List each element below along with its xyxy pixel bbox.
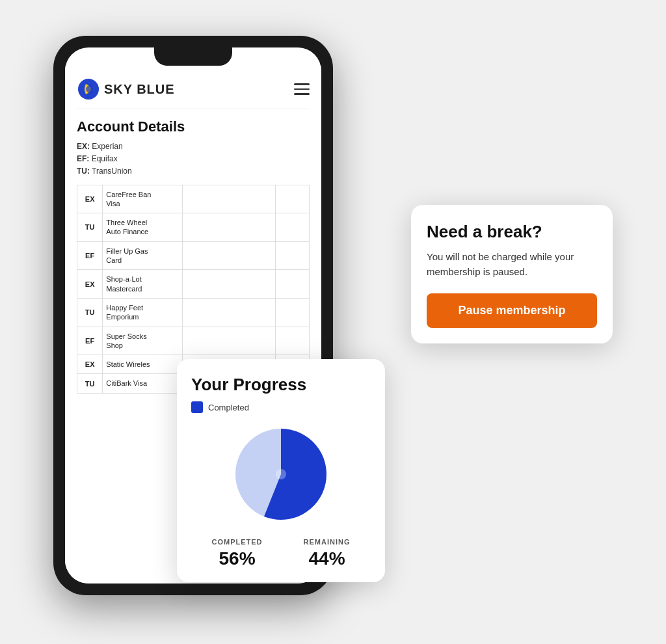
bureau-badge: EX <box>77 270 103 299</box>
account-status <box>275 270 309 299</box>
bureau-badge: EF <box>77 327 103 355</box>
logo-container: SKY BLUE <box>77 77 175 101</box>
account-status <box>275 213 309 242</box>
pie-chart-container <box>191 422 371 526</box>
bureau-badge: TU <box>77 374 103 393</box>
remaining-stat-label: REMAINING <box>304 538 351 546</box>
account-name: Super SocksShop <box>103 327 183 355</box>
account-status <box>275 241 309 270</box>
svg-point-2 <box>276 469 286 479</box>
account-name: CitiBark Visa <box>103 374 183 393</box>
table-row: EX CareFree BanVisa <box>77 185 310 213</box>
bureau-badge: EX <box>77 355 103 374</box>
logo-icon <box>77 77 100 101</box>
break-card-description: You will not be charged while your membe… <box>427 250 597 279</box>
logo-text-sky: SKY <box>104 82 133 97</box>
account-number <box>182 241 275 270</box>
completed-stat-label: COMPLETED <box>211 538 262 546</box>
hamburger-menu-icon[interactable] <box>294 83 310 95</box>
account-name: Shop-a-LotMastercard <box>103 270 183 299</box>
legend-completed-dot <box>191 401 203 413</box>
account-details-title: Account Details <box>77 118 310 135</box>
pie-chart <box>229 422 333 526</box>
account-name: CareFree BanVisa <box>103 185 183 213</box>
scene: SKY BLUE Account Details EX: Experian EF… <box>34 23 632 621</box>
account-name: Static Wireles <box>103 355 183 374</box>
legend-completed-label: Completed <box>208 403 249 412</box>
table-row: EX Shop-a-LotMastercard <box>77 270 310 299</box>
table-row: TU Three WheelAuto Finance <box>77 213 310 242</box>
phone-notch <box>154 47 232 66</box>
remaining-stat: REMAINING 44% <box>304 538 351 569</box>
bureau-badge: TU <box>77 298 103 327</box>
account-number <box>182 213 275 242</box>
break-card-title: Need a break? <box>427 222 597 242</box>
bureau-badge: TU <box>77 213 103 242</box>
account-status <box>275 327 309 355</box>
account-name: Filler Up GasCard <box>103 241 183 270</box>
progress-title: Your Progress <box>191 375 371 395</box>
account-number <box>182 298 275 327</box>
table-row: TU Happy FeetEmporium <box>77 298 310 327</box>
bureau-legend: EX: Experian EF: Equifax TU: TransUnion <box>77 141 310 178</box>
progress-legend: Completed <box>191 401 371 413</box>
account-status <box>275 185 309 213</box>
remaining-stat-value: 44% <box>304 548 351 569</box>
break-card: Need a break? You will not be charged wh… <box>411 205 613 343</box>
table-row: EF Super SocksShop <box>77 327 310 355</box>
account-number <box>182 327 275 355</box>
pause-membership-button[interactable]: Pause membership <box>427 293 597 328</box>
completed-stat-value: 56% <box>211 548 262 569</box>
completed-stat: COMPLETED 56% <box>211 538 262 569</box>
progress-stats: COMPLETED 56% REMAINING 44% <box>191 538 371 569</box>
bureau-badge: EX <box>77 185 103 213</box>
account-number <box>182 270 275 299</box>
app-header: SKY BLUE <box>77 72 310 109</box>
account-number <box>182 185 275 213</box>
account-name: Happy FeetEmporium <box>103 298 183 327</box>
account-status <box>275 298 309 327</box>
table-row: EF Filler Up GasCard <box>77 241 310 270</box>
bureau-badge: EF <box>77 241 103 270</box>
logo-text-blue: BLUE <box>137 82 174 97</box>
progress-card: Your Progress Completed <box>177 359 385 582</box>
account-name: Three WheelAuto Finance <box>103 213 183 242</box>
